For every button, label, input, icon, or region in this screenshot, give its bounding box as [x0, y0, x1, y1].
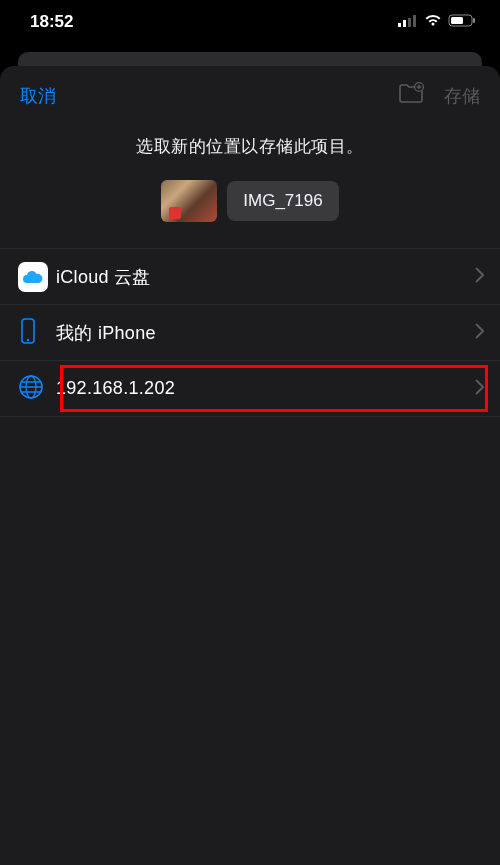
globe-icon	[18, 374, 44, 404]
iphone-icon	[18, 317, 38, 349]
save-sheet: 取消 存储 选取新的位置以存储此项目。 IMG_7196 iCloud 云盘	[0, 66, 500, 865]
chevron-right-icon	[475, 323, 484, 343]
location-row-iphone[interactable]: 我的 iPhone	[0, 305, 500, 361]
status-right	[398, 12, 476, 32]
location-list: iCloud 云盘 我的 iPhone 192.168.1.202	[0, 248, 500, 417]
battery-icon	[448, 12, 476, 32]
location-label: 192.168.1.202	[56, 378, 475, 399]
cancel-button[interactable]: 取消	[20, 84, 56, 108]
file-thumbnail	[161, 180, 217, 222]
file-preview: IMG_7196	[0, 180, 500, 248]
save-button[interactable]: 存储	[444, 84, 480, 108]
icloud-icon	[18, 262, 48, 292]
new-folder-icon[interactable]	[398, 82, 424, 109]
file-name-pill[interactable]: IMG_7196	[227, 181, 338, 221]
svg-rect-5	[451, 17, 463, 24]
status-time: 18:52	[30, 12, 73, 32]
signal-icon	[398, 12, 418, 32]
location-label: iCloud 云盘	[56, 265, 475, 289]
background-sheet-peek	[18, 52, 482, 66]
svg-rect-3	[413, 15, 416, 27]
svg-point-10	[27, 338, 29, 340]
svg-rect-1	[403, 20, 406, 27]
status-bar: 18:52	[0, 0, 500, 44]
location-label: 我的 iPhone	[56, 321, 475, 345]
chevron-right-icon	[475, 379, 484, 399]
svg-rect-0	[398, 23, 401, 27]
location-row-server[interactable]: 192.168.1.202	[0, 361, 500, 417]
chevron-right-icon	[475, 267, 484, 287]
svg-rect-2	[408, 18, 411, 27]
location-row-icloud[interactable]: iCloud 云盘	[0, 249, 500, 305]
sheet-header: 取消 存储	[0, 66, 500, 121]
header-right: 存储	[398, 82, 480, 109]
wifi-icon	[424, 12, 442, 32]
svg-rect-6	[473, 18, 475, 23]
instruction-text: 选取新的位置以存储此项目。	[0, 121, 500, 180]
